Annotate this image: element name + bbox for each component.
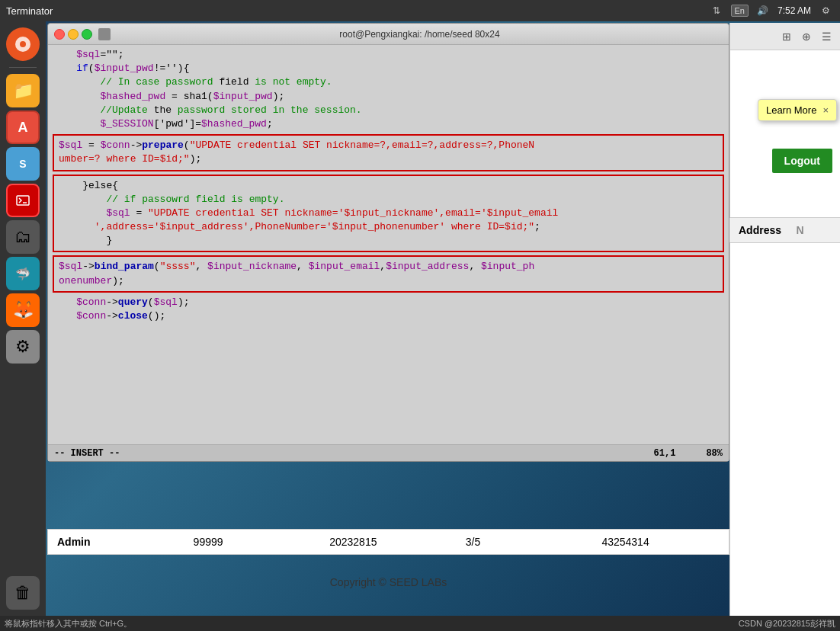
sidebar-icon-ubuntu[interactable] — [6, 27, 40, 61]
sidebar-icon-trash[interactable]: 🗑 — [6, 576, 40, 610]
code-line-3: // In case password field is not empty. — [53, 75, 724, 89]
bookmark-icon[interactable]: ⊞ — [779, 29, 794, 44]
sidebar-icon-terminal[interactable] — [6, 184, 40, 217]
learn-more-popup: Learn More × — [758, 99, 837, 121]
code-bottom-2: $conn->close(); — [53, 309, 724, 323]
code-bottom-1: $conn->query($sql); — [53, 296, 724, 309]
keyboard-indicator[interactable]: En — [731, 5, 749, 17]
code-line-1: $sql=""; — [53, 48, 724, 62]
editor-mode: -- INSERT -- — [54, 448, 120, 459]
app-name: Terminator — [6, 5, 53, 17]
sidebar-divider-1 — [9, 67, 37, 68]
svg-point-1 — [20, 41, 26, 47]
gear-icon[interactable]: ⚙ — [817, 2, 834, 19]
hint-bar: 将鼠标指针移入其中或按 Ctrl+G。 CSDN @20232815彭祥凯 — [0, 616, 840, 631]
code-bind-line2: onenumber); — [59, 274, 718, 288]
footer-text: Copyright © SEED LABs — [330, 576, 447, 588]
sidebar-bottom: 🗑 — [6, 576, 40, 610]
code-block-bind: $sql->bind_param("ssss", $input_nickname… — [53, 255, 724, 292]
taskbar-right: ⇅ En 🔊 7:52 AM ⚙ — [708, 2, 835, 19]
code-else-5: } — [59, 234, 718, 248]
code-else-3: $sql = "UPDATE credential SET nickname='… — [59, 207, 718, 220]
next-label: N — [796, 224, 803, 236]
new-tab-icon[interactable]: ⊕ — [799, 29, 814, 44]
desktop: Terminator ⇅ En 🔊 7:52 AM ⚙ 📁 A S 🗂 🦈 🦊 … — [0, 0, 840, 631]
panel-menu-icon[interactable]: ☰ — [819, 29, 834, 44]
window-controls — [54, 29, 92, 40]
clock: 7:52 AM — [777, 5, 811, 16]
code-line-4: $hashed_pwd = sha1($input_pwd); — [53, 90, 724, 104]
code-else-2: // if passowrd field is empty. — [59, 193, 718, 207]
svg-rect-2 — [17, 196, 29, 205]
col-phone: 20232815 — [320, 536, 457, 548]
terminal-statusbar: -- INSERT -- 61,1 88% — [48, 444, 729, 461]
code-else-4: ',address='$input_address',PhoneNumber='… — [59, 220, 718, 234]
sidebar-icon-files[interactable]: 📁 — [6, 74, 40, 107]
sidebar-icon-settings[interactable]: ⚙ — [6, 330, 40, 364]
code-line-2: if($input_pwd!=''){ — [53, 62, 724, 75]
cursor-position: 61,1 — [654, 448, 676, 459]
address-label: Address N — [729, 217, 840, 243]
volume-icon[interactable]: 🔊 — [755, 2, 771, 19]
terminal-window: root@Pengxiangkai: /home/seed 80x24 $sql… — [47, 23, 729, 462]
hint-right-text: CSDN @20232815彭祥凯 — [739, 618, 835, 629]
address-text: Address — [739, 224, 781, 236]
close-button[interactable] — [54, 29, 65, 40]
sidebar-icon-wireshark[interactable]: 🦈 — [6, 257, 40, 290]
scroll-percent: 88% — [706, 448, 723, 459]
col-col4: 43254314 — [592, 536, 729, 548]
terminal-body[interactable]: $sql=""; if($input_pwd!=''){ // In case … — [48, 45, 729, 444]
code-prepare-line: $sql = $conn->prepare("UPDATE credential… — [59, 139, 718, 152]
statusbar-right: 61,1 88% — [654, 448, 723, 459]
web-content — [730, 50, 840, 616]
layout-icon[interactable] — [98, 28, 111, 40]
learn-more-label[interactable]: Learn More — [766, 104, 816, 116]
code-block-prepare: $sql = $conn->prepare("UPDATE credential… — [53, 134, 724, 171]
terminal-code: $sql=""; if($input_pwd!=''){ // In case … — [53, 48, 724, 323]
minimize-button[interactable] — [68, 29, 79, 40]
terminal-title: root@Pengxiangkai: /home/seed 80x24 — [117, 29, 723, 40]
taskbar: Terminator ⇅ En 🔊 7:52 AM ⚙ — [0, 0, 840, 21]
terminal-titlebar: root@Pengxiangkai: /home/seed 80x24 — [48, 24, 729, 45]
sidebar-icon-filemanager[interactable]: 🗂 — [6, 220, 40, 254]
logout-button[interactable]: Logout — [772, 149, 832, 173]
maximize-button[interactable] — [82, 29, 92, 40]
code-prepare-line2: umber=? where ID=$id;"); — [59, 152, 718, 166]
learn-more-close-button[interactable]: × — [822, 104, 829, 116]
code-line-6: $_SESSION['pwd']=$hashed_pwd; — [53, 117, 724, 131]
web-footer: Copyright © SEED LABs — [47, 564, 729, 601]
code-line-5: //Update the password stored in the sess… — [53, 104, 724, 117]
col-name: Admin — [48, 536, 184, 548]
sidebar-icon-firefox[interactable]: 🦊 — [6, 293, 40, 327]
updown-icon[interactable]: ⇅ — [708, 2, 725, 19]
code-block-else: }else{ // if passowrd field is empty. $s… — [53, 175, 724, 253]
web-toolbar: ⊞ ⊕ ☰ — [730, 23, 840, 50]
sidebar-icon-editor[interactable]: A — [6, 111, 40, 144]
code-else-1: }else{ — [59, 179, 718, 193]
table-row: Admin 99999 20232815 3/5 43254314 — [48, 530, 729, 554]
hint-left-text: 将鼠标指针移入其中或按 Ctrl+G。 — [5, 618, 132, 629]
code-bind-line1: $sql->bind_param("ssss", $input_nickname… — [59, 260, 718, 274]
col-col3: 3/5 — [457, 536, 593, 548]
sidebar-icon-sublime[interactable]: S — [6, 147, 40, 181]
col-id: 99999 — [184, 536, 321, 548]
sidebar: 📁 A S 🗂 🦈 🦊 ⚙ 🗑 — [0, 21, 46, 616]
data-table: Admin 99999 20232815 3/5 43254314 — [47, 529, 729, 555]
